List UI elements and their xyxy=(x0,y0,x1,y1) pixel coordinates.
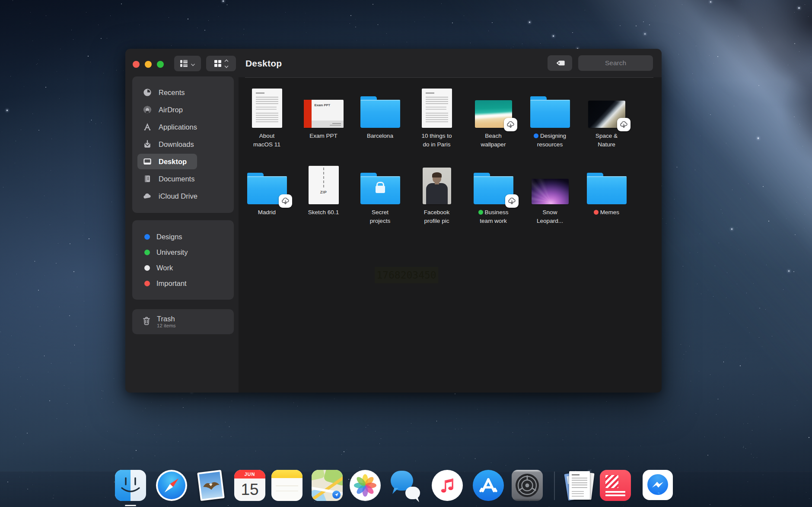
trash-icon xyxy=(143,317,150,327)
sidebar-item-documents[interactable]: Documents xyxy=(132,170,234,187)
file-name: Secret projects xyxy=(363,208,397,225)
airdrop-icon xyxy=(143,105,152,114)
app-store-icon xyxy=(473,470,504,501)
music-icon xyxy=(432,470,463,501)
text-document-icon xyxy=(252,89,282,128)
zip-icon-label: ZIP xyxy=(320,190,327,194)
messenger-icon xyxy=(643,470,673,500)
image-thumbnail xyxy=(532,179,569,204)
running-indicator xyxy=(125,505,136,506)
ppt-icon-title: Exam PPT xyxy=(315,103,331,107)
dock-item-preview[interactable] xyxy=(195,470,226,501)
window-titlebar[interactable]: Desktop Search xyxy=(125,49,662,76)
file-item[interactable]: Snow Leopard... xyxy=(522,159,578,235)
desktop-screen: Desktop Search Recents xyxy=(0,0,812,507)
minimize-button[interactable] xyxy=(145,61,152,68)
file-name: Snow Leopard... xyxy=(533,208,567,225)
file-name: About macOS 11 xyxy=(250,132,284,149)
sidebar-item-applications[interactable]: Applications xyxy=(132,118,234,136)
recents-icon xyxy=(143,88,152,97)
folder-icon xyxy=(530,96,570,128)
dock-item-app-store[interactable] xyxy=(473,470,504,501)
dock-item-notes[interactable] xyxy=(271,470,303,501)
trash-text: Trash 12 items xyxy=(157,315,175,329)
preview-icon xyxy=(195,470,226,501)
dock-separator xyxy=(554,472,555,500)
file-item[interactable]: Secret projects xyxy=(352,159,408,235)
dock-item-documents-stack[interactable] xyxy=(564,470,595,501)
system-preferences-icon xyxy=(512,470,543,501)
file-item[interactable]: Beach wallpaper xyxy=(465,82,522,159)
file-item[interactable]: About macOS 11 xyxy=(239,82,295,159)
downloads-icon xyxy=(143,139,152,149)
dock-item-messenger[interactable] xyxy=(643,470,674,501)
dock-item-music[interactable] xyxy=(432,470,463,501)
tag-button[interactable] xyxy=(548,55,572,71)
sidebar-item-trash[interactable]: Trash 12 items xyxy=(132,315,234,329)
file-item[interactable]: Memes xyxy=(578,159,635,235)
sidebar-item-airdrop[interactable]: AirDrop xyxy=(132,101,234,118)
icloud-download-badge xyxy=(617,118,630,131)
dock-item-calendar[interactable]: JUN 15 xyxy=(234,470,265,501)
grid-view-icon xyxy=(214,60,221,67)
dock-item-messages[interactable] xyxy=(391,470,422,501)
trash-label: Trash xyxy=(157,315,175,323)
dock-item-photos[interactable] xyxy=(350,470,381,501)
folder-icon xyxy=(587,173,627,204)
dock-item-safari[interactable] xyxy=(156,470,187,501)
documents-icon xyxy=(143,174,152,184)
sidebar-favorites-panel: Recents AirDrop Applications Downloads xyxy=(132,76,234,213)
sidebar-tags-panel: Designs University Work Important xyxy=(132,220,234,300)
file-item[interactable]: Facebook profile pic xyxy=(408,159,465,235)
file-name: Facebook profile pic xyxy=(420,208,454,225)
dock-item-system-preferences[interactable] xyxy=(512,470,543,501)
file-name: Madrid xyxy=(258,208,276,217)
sidebar-trash-panel: Trash 12 items xyxy=(132,309,234,334)
sidebar-item-downloads[interactable]: Downloads xyxy=(132,136,234,153)
icloud-download-badge xyxy=(505,194,519,208)
tag-dot-white xyxy=(144,265,150,271)
chevron-up-down-icon xyxy=(225,60,228,68)
file-tag-dot-green xyxy=(478,210,483,215)
file-item[interactable]: Business team work xyxy=(465,159,522,235)
sidebar-tag-university[interactable]: University xyxy=(132,244,234,260)
file-item[interactable]: Barcelona xyxy=(352,82,408,159)
file-item[interactable]: 10 things to do in Paris xyxy=(408,82,465,159)
desktop-icon xyxy=(143,157,152,166)
text-document-icon xyxy=(422,89,452,128)
sidebar-item-desktop[interactable]: Desktop xyxy=(132,153,234,170)
calendar-day: 15 xyxy=(234,478,265,501)
zoom-button[interactable] xyxy=(157,61,164,68)
trash-item-count: 12 items xyxy=(157,323,175,329)
file-name: Designing resources xyxy=(533,132,567,149)
sidebar-tag-designs[interactable]: Designs xyxy=(132,229,234,244)
search-input[interactable]: Search xyxy=(578,55,653,71)
sidebar-item-recents[interactable]: Recents xyxy=(132,84,234,101)
dock-item-news[interactable] xyxy=(600,470,631,501)
file-item[interactable]: ZIP Sketch 60.1 xyxy=(295,159,352,235)
maps-icon xyxy=(312,470,343,501)
chevron-down-icon xyxy=(191,62,195,65)
close-button[interactable] xyxy=(133,61,140,68)
file-item[interactable]: Exam PPT Exam PPT xyxy=(295,82,352,159)
file-tag-dot-red xyxy=(594,210,599,215)
group-by-button[interactable] xyxy=(206,56,236,71)
photos-icon xyxy=(350,470,381,501)
file-item[interactable]: Designing resources xyxy=(522,82,578,159)
finder-window: Desktop Search Recents xyxy=(125,49,662,393)
file-name: Exam PPT xyxy=(309,132,338,140)
sidebar-tag-important[interactable]: Important xyxy=(132,276,234,291)
dock-item-finder[interactable] xyxy=(115,470,146,501)
sidebar-item-icloud-drive[interactable]: iCloud Drive xyxy=(132,187,234,205)
file-name: Sketch 60.1 xyxy=(308,208,339,217)
file-item[interactable]: Space & Nature xyxy=(578,82,635,159)
sidebar-tag-work[interactable]: Work xyxy=(132,260,234,276)
finder-icon xyxy=(115,470,146,501)
dock: JUN 15 xyxy=(0,472,812,507)
safari-icon xyxy=(156,470,187,501)
file-name: Beach wallpaper xyxy=(477,132,510,149)
file-item[interactable]: Madrid xyxy=(239,159,295,235)
applications-icon xyxy=(143,122,152,132)
view-options-button[interactable] xyxy=(174,56,201,71)
dock-item-maps[interactable] xyxy=(312,470,343,501)
